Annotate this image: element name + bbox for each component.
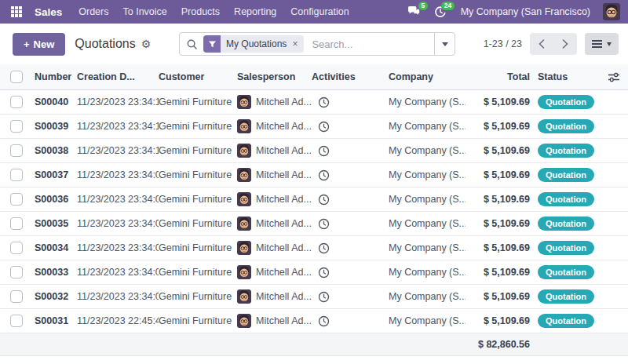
activities-count-badge: 24 (441, 2, 454, 10)
menu-reporting[interactable]: Reporting (227, 0, 283, 24)
avatar-face-icon (603, 3, 620, 20)
view-switcher-button[interactable] (585, 33, 619, 55)
cell-company: My Company (S... (389, 96, 466, 107)
cell-creation-date: 11/23/2023 23:34:0 (77, 242, 159, 253)
cell-activities[interactable] (312, 121, 389, 133)
cell-activities[interactable] (312, 169, 389, 181)
row-checkbox[interactable] (10, 120, 23, 133)
cell-activities[interactable] (312, 194, 389, 206)
header-status[interactable]: Status (531, 71, 599, 82)
row-checkbox[interactable] (10, 193, 23, 206)
table-row[interactable]: S00038 11/23/2023 23:34:1 Gemini Furnitu… (0, 139, 628, 163)
activities-button[interactable]: 24 (434, 5, 448, 18)
table-row[interactable]: S00037 11/23/2023 23:34:0 Gemini Furnitu… (0, 163, 628, 187)
row-checkbox[interactable] (10, 169, 23, 181)
pager-previous-button[interactable] (530, 33, 553, 55)
pager (530, 33, 577, 55)
menu-to-invoice[interactable]: To Invoice (115, 0, 173, 24)
new-button[interactable]: + New (13, 33, 65, 56)
cell-activities[interactable] (312, 145, 389, 157)
cell-activities[interactable] (312, 291, 389, 303)
cell-activities[interactable] (312, 315, 389, 327)
cell-salesperson: Mitchell Ad... (237, 144, 312, 158)
app-name[interactable]: Sales (35, 6, 62, 18)
header-salesperson[interactable]: Salesperson (237, 71, 312, 82)
clock-icon (318, 315, 330, 327)
cell-customer: Gemini Furniture (159, 96, 237, 107)
header-customer[interactable]: Customer (159, 71, 237, 82)
filter-facet[interactable]: My Quotations × (203, 35, 304, 53)
table-row[interactable]: S00040 11/23/2023 23:34:1 Gemini Furnitu… (0, 90, 628, 115)
cell-creation-date: 11/23/2023 23:34:0 (77, 267, 159, 278)
row-checkbox[interactable] (10, 96, 23, 108)
cell-salesperson: Mitchell Ad... (237, 192, 312, 206)
menu-configuration[interactable]: Configuration (283, 0, 356, 24)
apps-menu-icon[interactable] (11, 6, 22, 17)
salesperson-avatar (237, 144, 251, 158)
clock-icon (318, 121, 330, 133)
top-navbar: Sales OrdersTo InvoiceProductsReportingC… (0, 0, 628, 24)
cell-activities[interactable] (312, 242, 389, 254)
cell-total: $ 5,109.69 (466, 315, 531, 326)
search-input[interactable] (312, 38, 434, 50)
row-checkbox[interactable] (10, 242, 23, 254)
table-row[interactable]: S00032 11/23/2023 23:34:0 Gemini Furnitu… (0, 285, 628, 309)
messages-button[interactable]: 5 (407, 5, 422, 18)
salesperson-name: Mitchell Ad... (256, 194, 312, 205)
cell-creation-date: 11/23/2023 22:45:4 (77, 315, 159, 326)
cell-creation-date: 11/23/2023 23:34:1 (77, 145, 159, 156)
cell-status: Quotation (531, 119, 599, 133)
row-checkbox[interactable] (10, 144, 23, 157)
table-row[interactable]: S00033 11/23/2023 23:34:0 Gemini Furnitu… (0, 260, 628, 285)
cell-customer: Gemini Furniture (159, 145, 237, 156)
header-total[interactable]: Total (466, 71, 531, 82)
remove-filter-icon[interactable]: × (292, 38, 304, 49)
header-creation-date[interactable]: Creation D... (77, 71, 159, 82)
table-row[interactable]: S00039 11/23/2023 23:34:1 Gemini Furnitu… (0, 115, 628, 139)
header-activities[interactable]: Activities (312, 71, 389, 82)
cell-total: $ 5,109.69 (466, 145, 531, 156)
clock-icon (318, 242, 330, 254)
cell-total: $ 5,109.69 (466, 169, 531, 180)
row-checkbox[interactable] (10, 290, 23, 303)
status-badge: Quotation (538, 144, 594, 158)
cell-company: My Company (S... (389, 242, 466, 253)
cell-status: Quotation (531, 168, 599, 182)
cell-activities[interactable] (312, 267, 389, 278)
table-row[interactable]: S00031 11/23/2023 22:45:4 Gemini Furnitu… (0, 309, 628, 333)
row-checkbox[interactable] (10, 266, 23, 278)
salesperson-name: Mitchell Ad... (256, 242, 312, 253)
select-all-checkbox[interactable] (10, 71, 23, 83)
table-row[interactable]: S00036 11/23/2023 23:34:0 Gemini Furnitu… (0, 187, 628, 212)
menu-orders[interactable]: Orders (71, 0, 115, 24)
cell-total: $ 5,109.69 (466, 218, 531, 229)
header-number[interactable]: Number (28, 71, 77, 82)
row-checkbox[interactable] (10, 315, 23, 327)
pager-next-button[interactable] (553, 33, 577, 55)
cell-status: Quotation (531, 217, 599, 231)
salesperson-avatar (237, 289, 251, 304)
search-dropdown-toggle[interactable] (434, 33, 455, 55)
cell-status: Quotation (531, 314, 599, 328)
cell-total: $ 5,109.69 (466, 291, 531, 302)
avatar-face-icon (237, 119, 251, 133)
search-bar[interactable]: My Quotations × (179, 32, 455, 56)
optional-columns-button[interactable] (599, 72, 628, 82)
cell-number: S00040 (28, 96, 77, 107)
user-company-switcher[interactable]: My Company (San Francisco) (461, 6, 590, 17)
user-avatar[interactable] (603, 3, 620, 20)
menu-products[interactable]: Products (174, 0, 227, 24)
cell-activities[interactable] (312, 218, 389, 230)
row-checkbox[interactable] (10, 217, 23, 230)
salesperson-avatar (237, 95, 251, 109)
avatar-face-icon (237, 265, 251, 279)
gear-icon[interactable]: ⚙ (141, 38, 152, 50)
header-company[interactable]: Company (389, 71, 466, 82)
list-view-icon (592, 40, 602, 48)
cell-creation-date: 11/23/2023 23:34:0 (77, 194, 159, 205)
table-row[interactable]: S00035 11/23/2023 23:34:0 Gemini Furnitu… (0, 212, 628, 236)
cell-customer: Gemini Furniture (159, 242, 237, 253)
table-row[interactable]: S00034 11/23/2023 23:34:0 Gemini Furnitu… (0, 236, 628, 260)
clock-icon (318, 218, 330, 230)
cell-activities[interactable] (312, 96, 389, 108)
